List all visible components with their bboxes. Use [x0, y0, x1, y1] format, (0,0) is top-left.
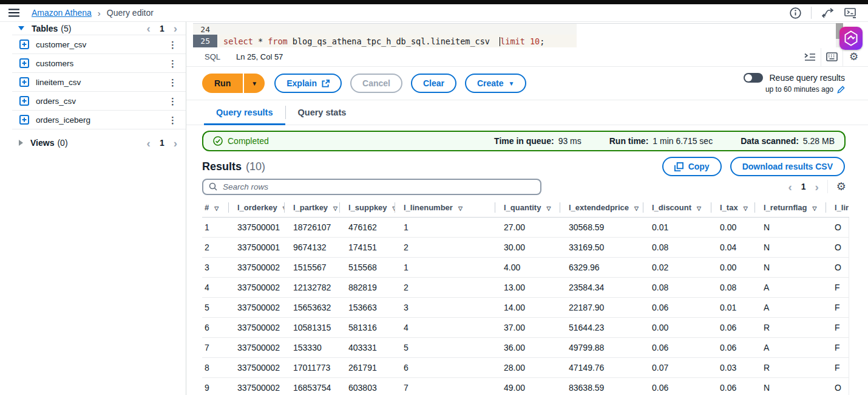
- sidebar-table-item[interactable]: orders_iceberg⋮: [12, 111, 186, 129]
- column-header-l_linenumber[interactable]: l_linenumber▽: [395, 198, 495, 217]
- tables-views-sidebar: Tables (5) ‹ 1 › customer_csv⋮customers⋮…: [0, 22, 186, 395]
- collapse-triangle-icon[interactable]: [18, 26, 24, 30]
- tab-query-results[interactable]: Query results: [204, 100, 285, 125]
- page-prev-icon[interactable]: ‹: [147, 137, 151, 149]
- sidebar-table-item[interactable]: lineitem_csv⋮: [12, 73, 186, 92]
- search-rows-input[interactable]: [202, 179, 541, 195]
- table-cell: 16853754: [285, 377, 340, 395]
- sort-icon[interactable]: ▽: [634, 205, 639, 211]
- breadcrumb-current-page: Query editor: [107, 8, 154, 18]
- format-indent-icon[interactable]: [799, 47, 821, 66]
- column-header-index[interactable]: #▽: [202, 198, 229, 217]
- table-name[interactable]: orders_csv: [36, 97, 76, 106]
- browser-extension-logo-icon[interactable]: [839, 27, 863, 50]
- table-name[interactable]: lineitem_csv: [36, 78, 81, 87]
- reuse-results-toggle[interactable]: [744, 73, 763, 83]
- sort-icon[interactable]: ▽: [546, 205, 551, 211]
- sidebar-table-item[interactable]: orders_csv⋮: [12, 92, 186, 111]
- table-name[interactable]: orders_iceberg: [36, 115, 90, 125]
- kebab-menu-icon[interactable]: ⋮: [168, 59, 177, 68]
- table-cell: 17011773: [285, 357, 340, 377]
- sort-icon[interactable]: ▽: [813, 205, 817, 211]
- views-section-header[interactable]: Views (0) ‹ 1 ›: [12, 129, 186, 156]
- sort-icon[interactable]: ▽: [458, 205, 463, 211]
- kebab-menu-icon[interactable]: ⋮: [168, 78, 177, 87]
- kebab-menu-icon[interactable]: ⋮: [168, 40, 177, 49]
- table-cell: 0.04: [711, 237, 755, 257]
- column-header-l_linestatus[interactable]: l_linestatus▽: [826, 198, 849, 217]
- breadcrumb-app-link[interactable]: Amazon Athena: [32, 8, 92, 18]
- metric-value: 1 min 6.715 sec: [653, 136, 713, 146]
- results-page-next-icon[interactable]: ›: [815, 181, 819, 193]
- table-name[interactable]: customer_csv: [36, 40, 86, 49]
- page-next-icon[interactable]: ›: [174, 22, 177, 34]
- column-label: l_returnflag: [764, 203, 807, 212]
- views-page-number: 1: [160, 138, 164, 148]
- table-cell: 18726107: [285, 217, 340, 237]
- download-results-csv-button[interactable]: Download results CSV: [730, 157, 845, 176]
- insert-table-icon[interactable]: [19, 96, 29, 106]
- tables-page-number: 1: [160, 24, 164, 33]
- run-split-button: Run ▼: [202, 74, 265, 93]
- column-header-l_suppkey[interactable]: l_suppkey▽: [340, 198, 395, 217]
- kebab-menu-icon[interactable]: ⋮: [168, 97, 177, 106]
- copy-button[interactable]: Copy: [662, 157, 722, 176]
- tables-section-header[interactable]: Tables (5) ‹ 1 ›: [12, 22, 186, 35]
- table-name[interactable]: customers: [36, 59, 73, 68]
- insert-table-icon[interactable]: [19, 115, 29, 125]
- views-section-label: Views: [30, 138, 54, 148]
- page-next-icon[interactable]: ›: [174, 137, 177, 149]
- table-cell: 0.02: [643, 257, 711, 277]
- sidebar-table-item[interactable]: customer_csv⋮: [12, 35, 186, 54]
- sql-code-line[interactable]: select * from blog_qs_athena_tpc_h_db_sq…: [217, 36, 544, 46]
- run-button[interactable]: Run: [202, 74, 243, 93]
- table-cell: 0.08: [643, 237, 711, 257]
- kebab-menu-icon[interactable]: ⋮: [168, 115, 177, 125]
- table-cell: 28.00: [495, 357, 560, 377]
- keyboard-shortcuts-icon[interactable]: [821, 47, 843, 66]
- table-cell: 0.07: [643, 357, 711, 377]
- table-cell: 337500001: [229, 217, 285, 237]
- column-header-l_quantity[interactable]: l_quantity▽: [495, 198, 560, 217]
- results-settings-gear-icon[interactable]: ⚙: [836, 181, 846, 192]
- column-header-l_partkey[interactable]: l_partkey▽: [285, 198, 340, 217]
- code-token: *: [253, 36, 268, 46]
- sort-icon[interactable]: ▽: [214, 205, 219, 211]
- sort-icon[interactable]: ▽: [744, 205, 748, 211]
- table-cell: R: [755, 357, 826, 377]
- results-header: Results (10) Copy Download results CSV: [186, 157, 868, 176]
- column-header-l_returnflag[interactable]: l_returnflag▽: [755, 198, 826, 217]
- tab-query-stats[interactable]: Query stats: [286, 100, 359, 125]
- sort-icon[interactable]: ▽: [697, 205, 701, 211]
- results-page-prev-icon[interactable]: ‹: [788, 181, 792, 193]
- editor-settings-gear-icon[interactable]: ⚙: [843, 47, 864, 66]
- page-prev-icon[interactable]: ‹: [147, 22, 151, 34]
- table-cell: 0.06: [643, 377, 711, 395]
- table-cell: N: [755, 217, 826, 237]
- table-cell: 30568.59: [560, 217, 643, 237]
- table-cell: 3: [395, 297, 495, 317]
- workflow-icon[interactable]: [821, 8, 835, 18]
- sql-editor[interactable]: 24 25 select * from blog_qs_athena_tpc_h…: [186, 22, 868, 67]
- column-header-l_extendedprice[interactable]: l_extendedprice▽: [560, 198, 643, 217]
- insert-table-icon[interactable]: [19, 40, 29, 49]
- insert-table-icon[interactable]: [19, 77, 29, 87]
- expand-triangle-icon[interactable]: [19, 140, 23, 146]
- column-header-l_orderkey[interactable]: l_orderkey▽: [229, 198, 285, 217]
- column-header-l_discount[interactable]: l_discount▽: [643, 198, 711, 217]
- results-page-number: 1: [801, 182, 806, 191]
- explain-button[interactable]: Explain: [274, 74, 342, 93]
- info-icon[interactable]: [790, 7, 801, 19]
- code-token: 10: [530, 36, 540, 46]
- sort-icon[interactable]: ▽: [333, 205, 337, 211]
- feedback-terminal-icon[interactable]: [844, 8, 857, 18]
- column-header-l_tax[interactable]: l_tax▽: [711, 198, 755, 217]
- sidebar-table-item[interactable]: customers⋮: [12, 54, 186, 73]
- edit-pencil-icon[interactable]: [837, 86, 845, 94]
- insert-table-icon[interactable]: [19, 58, 29, 68]
- hamburger-menu-icon[interactable]: [8, 9, 19, 17]
- create-button[interactable]: Create ▼: [465, 74, 527, 93]
- table-cell: O: [826, 257, 849, 277]
- run-options-caret-icon[interactable]: ▼: [243, 74, 265, 93]
- clear-button[interactable]: Clear: [411, 74, 456, 93]
